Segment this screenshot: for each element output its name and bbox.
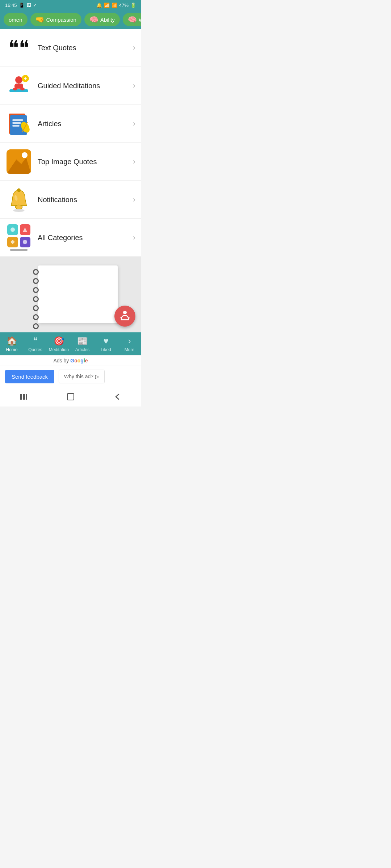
check-icon: ✓ [33,3,37,8]
svg-text:+: + [24,76,27,81]
meditation-nav-icon: 🎯 [54,336,64,346]
svg-rect-27 [20,394,22,400]
menu-item-guided-meditations[interactable]: + Guided Meditations › [0,67,141,105]
alarm-icon: 🔔 [96,3,102,8]
recent-apps-button[interactable] [18,391,29,402]
ads-bar: Ads by Google [0,355,141,366]
ads-by-text: Ads by [53,358,69,363]
home-label: Home [6,347,17,352]
ad-section [0,256,141,332]
back-icon [114,393,122,401]
svg-point-15 [13,133,16,135]
all-categories-arrow: › [133,233,135,242]
menu-item-all-categories[interactable]: All Categories › [0,219,141,256]
nav-quotes[interactable]: ❝ Quotes [25,336,46,352]
notifications-icon-wrap [6,187,32,213]
nav-liked[interactable]: ♥ Liked [95,336,117,352]
svg-point-3 [13,88,17,90]
nav-meditation[interactable]: 🎯 Meditation [48,336,70,352]
svg-marker-23 [10,240,15,244]
bell-svg-icon [7,187,30,212]
status-bar: 16:45 📱 🖼 ✓ 🔔 📶 📶 47% 🔋 [0,0,141,10]
fab-icon [118,310,131,323]
home-icon: 🏠 [7,336,17,346]
worry-label: Worry [139,17,141,23]
svg-point-21 [10,227,15,232]
coil-1 [33,269,39,275]
nav-articles[interactable]: 📰 Articles [72,336,93,352]
notifications-label: Notifications [38,196,133,204]
svg-point-4 [20,88,25,90]
text-quotes-arrow: › [133,43,135,52]
articles-icon-wrap [6,111,32,137]
google-logo: Google [70,358,88,363]
svg-point-18 [15,205,22,209]
coil-7 [33,323,39,329]
quotes-icon: ❝ [33,336,38,346]
status-left: 16:45 📱 🖼 ✓ [5,3,37,8]
svg-rect-0 [9,89,28,92]
nav-home[interactable]: 🏠 Home [1,336,23,352]
home-button[interactable] [65,391,76,402]
bottom-nav: 🏠 Home ❝ Quotes 🎯 Meditation 📰 Articles … [0,332,141,355]
quotes-label: Quotes [28,347,42,352]
svg-rect-9 [12,119,23,121]
tab-women[interactable]: omen [4,13,28,26]
mountain-bg [7,156,31,174]
menu-item-top-image-quotes[interactable]: Top Image Quotes › [0,143,141,181]
menu-item-notifications[interactable]: Notifications › [0,181,141,219]
all-categories-icon-wrap [6,225,32,251]
articles-arrow: › [133,119,135,128]
tab-worry[interactable]: 🧠 Worry [123,13,141,26]
articles-nav-label: Articles [75,347,89,352]
text-quotes-label: Text Quotes [38,44,133,52]
battery-pct: 47% [119,3,129,8]
compassion-emoji: 🤜 [35,15,45,24]
top-image-quotes-icon-wrap [6,149,32,175]
svg-rect-28 [23,394,25,400]
more-icon: › [128,336,131,346]
compassion-label: Compassion [46,17,76,23]
ad-icon: ▷ [95,374,99,379]
meditation-label: Meditation [49,347,69,352]
guided-meditations-arrow: › [133,81,135,90]
quote-marks-icon: ❝❝ [8,38,29,58]
svg-point-14 [10,133,13,135]
menu-item-articles[interactable]: Articles › [0,105,141,143]
text-quotes-icon-wrap: ❝❝ [6,35,32,61]
meditation-icon-wrap: + [6,73,32,99]
svg-point-25 [123,311,127,314]
guided-meditations-label: Guided Meditations [38,82,133,90]
coil-5 [33,305,39,311]
feedback-bar: Send feedback Why this ad? ▷ [0,366,141,387]
svg-point-1 [15,76,22,84]
sun-icon [22,152,28,158]
send-feedback-button[interactable]: Send feedback [5,370,54,383]
categories-shadow [10,249,28,251]
signal-icon: 📶 [112,3,117,8]
svg-point-24 [23,240,27,244]
top-image-quotes-arrow: › [133,157,135,166]
nav-more[interactable]: › More [119,336,140,352]
all-categories-label: All Categories [38,234,133,242]
svg-marker-22 [23,227,27,232]
coil-6 [33,314,39,320]
coil-2 [33,278,39,284]
svg-point-16 [16,133,18,135]
back-button[interactable] [112,391,123,402]
worry-emoji: 🧠 [128,15,137,24]
why-ad-button[interactable]: Why this ad? ▷ [59,370,105,383]
fab-meditation-button[interactable] [114,306,135,327]
notebook [38,265,118,323]
svg-point-17 [17,188,21,192]
meditation-svg-icon: + [7,73,31,98]
tab-compassion[interactable]: 🤜 Compassion [30,13,81,26]
status-right: 🔔 📶 📶 47% 🔋 [96,3,136,8]
menu-item-text-quotes[interactable]: ❝❝ Text Quotes › [0,29,141,67]
menu-list: ❝❝ Text Quotes › + Guided Meditations › [0,29,141,256]
svg-rect-30 [67,393,74,400]
notebook-spiral [33,269,39,329]
tab-ability[interactable]: 🧠 Ability [84,13,120,26]
svg-rect-11 [12,125,20,127]
home-sys-icon [67,393,75,401]
